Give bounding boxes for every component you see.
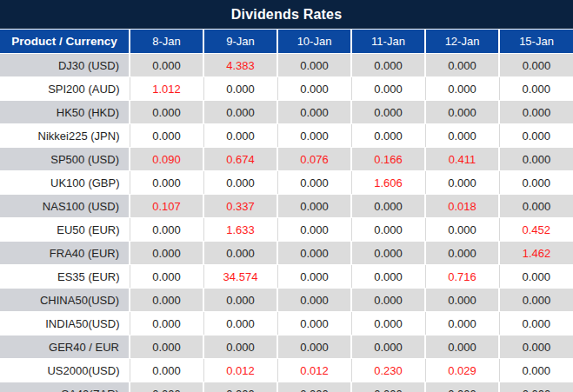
rate-cell: 0.000 (277, 124, 351, 148)
rate-cell: 0.000 (351, 54, 425, 77)
column-header-12-jan: 12-Jan (425, 30, 499, 54)
rate-cell: 0.012 (203, 359, 277, 382)
column-header-11-jan: 11-Jan (351, 30, 425, 54)
product-cell: SP500 (USD) (0, 148, 130, 171)
rate-cell: 0.000 (351, 101, 425, 124)
rate-cell: 0.000 (499, 195, 573, 218)
table-row: FRA40 (EUR)0.0000.0000.0000.0000.0001.46… (0, 242, 573, 265)
rate-cell: 0.000 (277, 171, 351, 195)
table-row: NAS100 (USD)0.1070.3370.0000.0000.0180.0… (0, 195, 573, 218)
rate-cell: 0.000 (277, 242, 351, 265)
rate-cell: 34.574 (203, 265, 277, 289)
rate-cell: 0.000 (130, 218, 203, 242)
column-header-8-jan: 8-Jan (130, 30, 203, 54)
rate-cell: 0.000 (499, 312, 573, 336)
rate-cell: 0.000 (425, 289, 499, 312)
rate-cell: 0.000 (203, 289, 277, 312)
rate-cell: 0.000 (203, 124, 277, 148)
rate-cell: 0.000 (351, 312, 425, 336)
rate-cell: 1.606 (351, 171, 425, 195)
product-cell: SA40(ZAR) (0, 382, 130, 392)
rate-cell: 0.000 (203, 312, 277, 336)
rate-cell: 0.000 (203, 101, 277, 124)
rate-cell: 0.000 (203, 171, 277, 195)
rate-cell: 0.000 (277, 382, 351, 392)
rate-cell: 0.000 (130, 101, 203, 124)
rate-cell: 0.000 (277, 289, 351, 312)
rate-cell: 0.012 (277, 359, 351, 382)
rate-cell: 0.000 (351, 382, 425, 392)
product-cell: UK100 (GBP) (0, 171, 130, 195)
dividends-rates-table: Product / Currency 8-Jan9-Jan10-Jan11-Ja… (0, 29, 573, 392)
product-cell: FRA40 (EUR) (0, 242, 130, 265)
product-cell: EU50 (EUR) (0, 218, 130, 242)
panel-title-bar: Dividends Rates (0, 0, 573, 29)
rate-cell: 0.000 (277, 101, 351, 124)
product-cell: INDIA50(USD) (0, 312, 130, 336)
rate-cell: 0.000 (130, 289, 203, 312)
rate-cell: 0.000 (351, 124, 425, 148)
rate-cell: 0.000 (277, 312, 351, 336)
rate-cell: 0.076 (277, 148, 351, 171)
rate-cell: 0.000 (499, 124, 573, 148)
table-row: UK100 (GBP)0.0000.0000.0001.6060.0000.00… (0, 171, 573, 195)
table-row: Nikkei225 (JPN)0.0000.0000.0000.0000.000… (0, 124, 573, 148)
rate-cell: 4.383 (203, 54, 277, 77)
product-cell: Nikkei225 (JPN) (0, 124, 130, 148)
product-cell: SPI200 (AUD) (0, 77, 130, 101)
rate-cell: 0.452 (499, 218, 573, 242)
table-row: DJ30 (USD)0.0004.3830.0000.0000.0000.000 (0, 54, 573, 77)
rate-cell: 0.000 (351, 218, 425, 242)
table-body: DJ30 (USD)0.0004.3830.0000.0000.0000.000… (0, 54, 573, 392)
rate-cell: 0.000 (425, 124, 499, 148)
table-row: CHINA50(USD)0.0000.0000.0000.0000.0000.0… (0, 289, 573, 312)
product-cell: ES35 (EUR) (0, 265, 130, 289)
rate-cell: 0.000 (499, 382, 573, 392)
rate-cell: 0.000 (425, 382, 499, 392)
rate-cell: 0.000 (499, 265, 573, 289)
table-row: US2000(USD)0.0000.0120.0120.2300.0290.00… (0, 359, 573, 382)
rate-cell: 0.674 (203, 148, 277, 171)
rate-cell: 0.000 (499, 336, 573, 359)
rate-cell: 0.230 (351, 359, 425, 382)
rate-cell: 0.107 (130, 195, 203, 218)
rate-cell: 0.000 (351, 336, 425, 359)
rate-cell: 0.000 (130, 171, 203, 195)
rate-cell: 0.000 (203, 77, 277, 101)
rate-cell: 0.000 (425, 242, 499, 265)
rate-cell: 0.000 (203, 242, 277, 265)
product-cell: US2000(USD) (0, 359, 130, 382)
product-cell: NAS100 (USD) (0, 195, 130, 218)
rate-cell: 0.000 (277, 336, 351, 359)
rate-cell: 0.090 (130, 148, 203, 171)
rate-cell: 0.000 (130, 336, 203, 359)
rate-cell: 0.000 (130, 382, 203, 392)
rate-cell: 0.029 (425, 359, 499, 382)
rate-cell: 0.000 (425, 336, 499, 359)
rate-cell: 0.000 (277, 77, 351, 101)
rate-cell: 0.337 (203, 195, 277, 218)
rate-cell: 0.018 (425, 195, 499, 218)
rate-cell: 0.716 (425, 265, 499, 289)
rate-cell: 0.000 (277, 265, 351, 289)
rate-cell: 0.411 (425, 148, 499, 171)
rate-cell: 0.000 (277, 218, 351, 242)
rate-cell: 0.000 (425, 312, 499, 336)
rate-cell: 0.000 (499, 148, 573, 171)
rate-cell: 0.000 (277, 54, 351, 77)
rate-cell: 0.000 (499, 171, 573, 195)
rate-cell: 0.000 (130, 359, 203, 382)
table-row: GER40 / EUR0.0000.0000.0000.0000.0000.00… (0, 336, 573, 359)
table-row: EU50 (EUR)0.0001.6330.0000.0000.0000.452 (0, 218, 573, 242)
rate-cell: 0.000 (425, 218, 499, 242)
table-row: SA40(ZAR)0.0000.0000.0000.0000.0000.000 (0, 382, 573, 392)
column-header-10-jan: 10-Jan (277, 30, 351, 54)
rate-cell: 0.000 (425, 171, 499, 195)
rate-cell: 0.000 (425, 54, 499, 77)
rate-cell: 0.000 (130, 265, 203, 289)
column-header-9-jan: 9-Jan (203, 30, 277, 54)
rate-cell: 0.000 (203, 382, 277, 392)
rate-cell: 0.000 (351, 265, 425, 289)
table-row: SP500 (USD)0.0900.6740.0760.1660.4110.00… (0, 148, 573, 171)
rate-cell: 0.166 (351, 148, 425, 171)
